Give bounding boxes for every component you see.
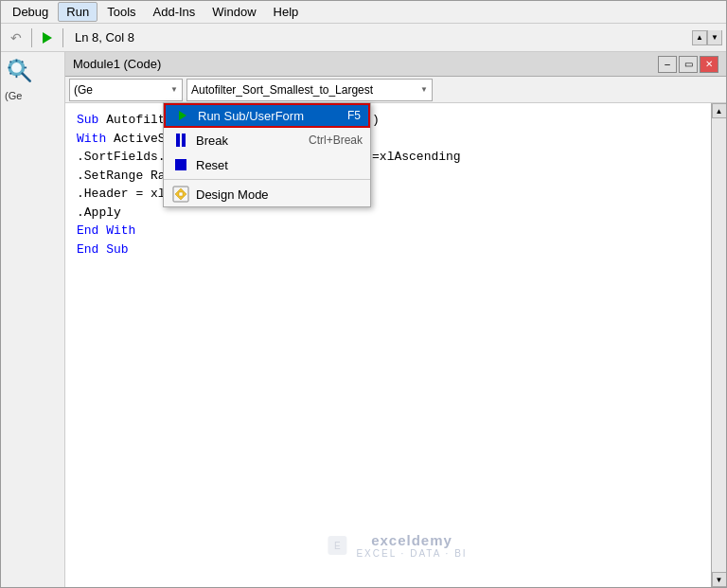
break-label: Break (196, 134, 303, 148)
toolbar-sep-1 (31, 28, 32, 47)
design-mode-label: Design Mode (196, 187, 357, 202)
menu-separator (164, 179, 370, 180)
back-button[interactable]: ↶ (5, 27, 27, 49)
scope-dropdown-arrow: ▼ (170, 85, 178, 94)
scrollbar-track[interactable] (712, 118, 727, 572)
break-shortcut: Ctrl+Break (309, 134, 363, 147)
left-panel: (Ge (1, 52, 65, 587)
editor-title: Module1 (Code) (73, 57, 161, 71)
procedure-value: Autofilter_Sort_Smallest_to_Largest (191, 83, 373, 97)
menu-help[interactable]: Help (266, 3, 307, 21)
procedure-dropdown[interactable]: Autofilter_Sort_Smallest_to_Largest ▼ (186, 79, 433, 101)
cursor-position: Ln 8, Col 8 (75, 30, 134, 45)
svg-rect-3 (16, 75, 18, 78)
editor-titlebar: Module1 (Code) – ▭ ✕ (65, 52, 726, 77)
run-sub-icon (173, 106, 192, 125)
svg-rect-5 (24, 67, 27, 69)
titlebar-buttons: – ▭ ✕ (658, 56, 718, 73)
code-line-7: End With (77, 222, 700, 241)
project-icon-svg (5, 54, 35, 88)
code-line-8: End Sub (77, 241, 700, 259)
menu-item-break[interactable]: Break Ctrl+Break (164, 128, 370, 152)
minimize-button[interactable]: – (658, 56, 677, 73)
left-panel-label: (Ge (5, 90, 61, 101)
design-icon-svg (172, 186, 189, 203)
restore-button[interactable]: ▭ (679, 56, 698, 73)
editor-container: Module1 (Code) – ▭ ✕ (Ge ▼ Autofilter_So… (65, 52, 726, 587)
menu-addins[interactable]: Add-Ins (146, 3, 204, 21)
main-area: (Ge Module1 (Code) – ▭ ✕ (Ge ▼ Aut (1, 52, 726, 587)
design-mode-icon (171, 185, 190, 204)
project-icon (5, 56, 35, 86)
break-icon (171, 131, 190, 150)
menu-item-reset[interactable]: Reset (164, 152, 370, 177)
toolbar-scroll: ▲ ▼ (692, 30, 722, 45)
svg-line-10 (23, 74, 30, 81)
vbe-window: Debug Run Tools Add-Ins Window Help ↶ Ln… (0, 0, 727, 588)
reset-square-icon (175, 159, 186, 170)
run-sub-shortcut: F5 (347, 109, 361, 122)
menu-window[interactable]: Window (204, 3, 263, 21)
menu-item-run-sub[interactable]: Run Sub/UserForm F5 (164, 103, 370, 128)
scroll-up-arrow[interactable]: ▲ (692, 30, 707, 45)
svg-rect-2 (16, 60, 18, 62)
menu-bar: Debug Run Tools Add-Ins Window Help (1, 1, 726, 24)
run-sub-label: Run Sub/UserForm (198, 109, 342, 123)
scope-value: (Ge (74, 83, 93, 97)
toolbar-sep-2 (62, 28, 63, 47)
menu-item-design-mode[interactable]: Design Mode (164, 182, 370, 206)
reset-icon (171, 155, 190, 174)
vertical-scrollbar[interactable]: ▲ ▼ (711, 103, 726, 587)
play-triangle-icon (179, 111, 186, 120)
menu-tools[interactable]: Tools (99, 3, 143, 21)
scope-dropdown[interactable]: (Ge ▼ (69, 79, 183, 101)
svg-rect-15 (179, 192, 183, 196)
close-button[interactable]: ✕ (700, 56, 718, 73)
scrollbar-down[interactable]: ▼ (712, 572, 727, 587)
svg-point-1 (11, 62, 22, 73)
run-icon (43, 32, 52, 44)
scroll-down-arrow[interactable]: ▼ (707, 30, 722, 45)
reset-label: Reset (196, 158, 357, 172)
run-menu-dropdown: Run Sub/UserForm F5 Break Ctr (163, 102, 371, 207)
svg-rect-4 (9, 67, 11, 69)
menu-debug[interactable]: Debug (5, 3, 56, 21)
menu-run[interactable]: Run (58, 2, 98, 22)
run-button[interactable] (36, 27, 59, 49)
toolbar: ↶ Ln 8, Col 8 ▲ ▼ (1, 24, 726, 52)
scrollbar-up[interactable]: ▲ (712, 103, 727, 118)
procedure-dropdown-arrow: ▼ (420, 85, 428, 94)
editor-toolbar: (Ge ▼ Autofilter_Sort_Smallest_to_Larges… (65, 77, 726, 103)
